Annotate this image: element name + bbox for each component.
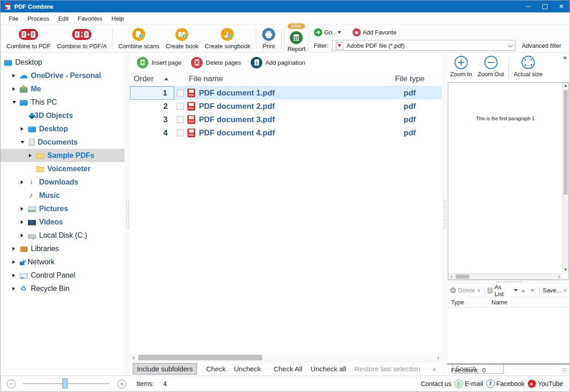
preview-splitter[interactable] [442, 53, 447, 375]
tree-item-control-panel[interactable]: Control Panel [0, 269, 124, 282]
tree-splitter[interactable] [124, 53, 130, 375]
tree-item-me[interactable]: Me [0, 82, 124, 95]
collapse-arrow-icon[interactable] [12, 101, 20, 104]
minimize-button[interactable] [520, 0, 536, 12]
file-checkbox[interactable] [177, 90, 184, 96]
create-book-button[interactable]: Create book [163, 25, 202, 52]
file-row[interactable]: 4PDFPDF document 4.pdfpdf [130, 126, 442, 140]
save-dropdown-chevron-icon[interactable]: ∨ [563, 287, 567, 293]
scroll-right-icon[interactable]: › [556, 274, 562, 280]
tree-item-this-pc[interactable]: This PC [0, 95, 124, 109]
expand-arrow-icon[interactable] [21, 180, 28, 184]
tree-item-downloads[interactable]: Downloads [0, 175, 124, 189]
preview-horizontal-scrollbar[interactable]: ‹ › [448, 273, 562, 280]
expand-arrow-icon[interactable] [12, 287, 20, 291]
combine-scans-button[interactable]: Combine scans [115, 25, 163, 52]
create-songbook-button[interactable]: Create songbook [202, 25, 254, 52]
uncheck-button[interactable]: Uncheck [230, 364, 264, 374]
tree-item-videos[interactable]: Videos [0, 215, 124, 229]
tree-item-music[interactable]: Music [0, 189, 124, 202]
close-button[interactable]: ✕ [553, 0, 570, 12]
email-link[interactable]: @ E-mail [455, 380, 483, 388]
insert-page-button[interactable]: Insert page [136, 56, 181, 69]
filter-dropdown-chevron-icon[interactable] [508, 42, 513, 47]
move-item-down-icon[interactable]: ▼ [529, 287, 536, 294]
as-list-button[interactable]: As List [488, 284, 518, 297]
scroll-right-icon[interactable]: › [435, 354, 442, 361]
advanced-filter-link[interactable]: Advanced filter [522, 42, 561, 49]
go-button[interactable]: Go.. [314, 28, 341, 37]
move-item-up-icon[interactable]: ▲ [520, 287, 527, 294]
expand-arrow-icon[interactable] [21, 127, 28, 131]
file-list-horizontal-scrollbar[interactable]: ‹ › [130, 354, 442, 361]
combine-to-pdf-button[interactable]: Combine to PDF [3, 25, 54, 52]
combine-to-pdfa-button[interactable]: Combine to PDF/A [54, 25, 110, 52]
include-subfolders-toggle[interactable]: Include subfolders [133, 363, 197, 375]
menu-item-edit[interactable]: Edit [54, 15, 73, 22]
scroll-left-icon[interactable]: ‹ [448, 274, 455, 280]
tree-item-pictures[interactable]: Pictures [0, 202, 124, 215]
expand-arrow-icon[interactable] [21, 207, 28, 211]
menu-item-process[interactable]: Process [23, 15, 54, 22]
zoom-out-button[interactable]: Zoom Out [475, 55, 507, 78]
tree-item-3d-objects[interactable]: 3D Objects [0, 109, 124, 122]
scroll-left-icon[interactable]: ‹ [130, 354, 137, 361]
tree-item-onedrive-personal[interactable]: OneDrive - Personal [0, 69, 124, 82]
zoom-slider-minus-button[interactable]: − [7, 380, 16, 388]
add-favorite-button[interactable]: Add Favorite [352, 28, 397, 37]
tree-item-local-disk-c[interactable]: Local Disk (C:) [0, 229, 124, 242]
tree-item-network[interactable]: Network [0, 255, 124, 269]
actual-size-button[interactable]: Actual size [511, 55, 545, 78]
check-all-button[interactable]: Check All [270, 364, 306, 374]
add-pagination-button[interactable]: 1 Add pagination [250, 56, 305, 69]
tree-item-documents[interactable]: Documents [0, 135, 124, 149]
column-header-name[interactable]: Name [491, 299, 570, 306]
column-header-type[interactable]: Type [451, 299, 491, 306]
file-checkbox[interactable] [177, 103, 184, 110]
expand-arrow-icon[interactable] [12, 87, 20, 91]
expand-arrow-icon[interactable] [12, 260, 20, 264]
tree-item-desktop[interactable]: Desktop [0, 56, 124, 69]
column-header-file-name[interactable]: File name [174, 74, 378, 84]
tree-item-libraries[interactable]: Libraries [0, 242, 124, 255]
filter-combobox[interactable]: Adobe PDF file (*.pdf) [332, 40, 515, 51]
preview-vertical-scrollbar[interactable]: ▲ ▼ [562, 83, 569, 273]
expand-arrow-icon[interactable] [12, 247, 20, 251]
scrollbar-thumb[interactable] [456, 274, 469, 279]
file-row[interactable]: 1PDFPDF document 1.pdfpdf [130, 86, 442, 100]
menu-item-help[interactable]: Help [107, 15, 129, 22]
scrollbar-thumb[interactable] [564, 90, 568, 195]
column-header-order[interactable]: Order [130, 74, 174, 84]
zoom-slider-thumb[interactable] [62, 379, 68, 388]
expand-arrow-icon[interactable] [12, 274, 20, 277]
check-button[interactable]: Check [203, 364, 230, 374]
tree-item-desktop-folder[interactable]: Desktop [0, 122, 124, 135]
column-header-file-type[interactable]: File type [378, 74, 442, 84]
collapse-arrow-icon[interactable] [21, 141, 28, 144]
resize-grip-icon[interactable] [562, 368, 567, 372]
uncheck-all-button[interactable]: Uncheck all [307, 364, 350, 374]
expand-arrow-icon[interactable] [29, 154, 36, 157]
delete-pages-button[interactable]: Delete pages [191, 56, 241, 69]
expand-arrow-icon[interactable] [12, 74, 20, 78]
report-button[interactable]: PRO Report [284, 27, 309, 51]
tree-item-sample-pdfs[interactable]: Sample PDFs [0, 149, 124, 162]
save-button[interactable]: Save... ∨ [542, 287, 567, 294]
file-checkbox[interactable] [177, 116, 184, 123]
youtube-link[interactable]: ▶ YouTube [528, 380, 563, 388]
tree-item-voicemeeter[interactable]: Voicemeeter [0, 162, 124, 175]
zoom-in-button[interactable]: Zoom In [447, 55, 475, 78]
file-row[interactable]: 2PDFPDF document 2.pdfpdf [130, 100, 442, 113]
print-button[interactable]: Print [259, 25, 279, 52]
maximize-button[interactable] [536, 0, 553, 12]
file-checkbox[interactable] [177, 129, 184, 136]
scroll-up-icon[interactable]: ▲ [563, 83, 569, 89]
zoom-slider[interactable] [23, 383, 110, 384]
tree-item-recycle-bin[interactable]: Recycle Bin [0, 282, 124, 295]
file-row[interactable]: 3PDFPDF document 3.pdfpdf [130, 113, 442, 126]
more-buttons-chevron-icon[interactable]: » [563, 54, 567, 61]
facebook-link[interactable]: f Facebook [486, 380, 525, 388]
zoom-slider-plus-button[interactable]: + [118, 380, 126, 388]
menu-item-file[interactable]: File [4, 15, 23, 22]
contact-us-link[interactable]: Contact us [421, 380, 451, 387]
